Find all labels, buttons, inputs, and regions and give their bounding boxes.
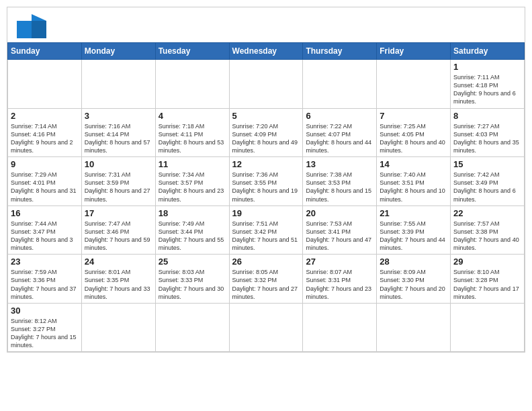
cell-info-text: Sunrise: 7:59 AM Sunset: 3:36 PM Dayligh… xyxy=(11,268,79,301)
cell-info-text: Sunrise: 8:12 AM Sunset: 3:27 PM Dayligh… xyxy=(11,317,79,350)
cell-day-number: 12 xyxy=(232,159,300,169)
week-row-3: 16Sunrise: 7:44 AM Sunset: 3:47 PM Dayli… xyxy=(8,205,525,255)
calendar-cell: 28Sunrise: 8:09 AM Sunset: 3:30 PM Dayli… xyxy=(377,255,451,304)
cell-day-number: 26 xyxy=(232,257,300,267)
calendar-cell: 19Sunrise: 7:51 AM Sunset: 3:42 PM Dayli… xyxy=(229,205,303,255)
cell-day-number: 30 xyxy=(11,306,79,316)
cell-info-text: Sunrise: 8:10 AM Sunset: 3:28 PM Dayligh… xyxy=(453,268,521,301)
cell-info-text: Sunrise: 7:42 AM Sunset: 3:49 PM Dayligh… xyxy=(453,171,521,203)
calendar-cell: 21Sunrise: 7:55 AM Sunset: 3:39 PM Dayli… xyxy=(377,205,451,255)
weekday-header-sunday: Sunday xyxy=(8,43,82,60)
cell-day-number: 4 xyxy=(159,111,226,121)
cell-info-text: Sunrise: 7:27 AM Sunset: 4:03 PM Dayligh… xyxy=(453,122,521,155)
cell-info-text: Sunrise: 7:38 AM Sunset: 3:53 PM Dayligh… xyxy=(306,171,373,203)
cell-info-text: Sunrise: 8:01 AM Sunset: 3:35 PM Dayligh… xyxy=(85,268,152,301)
cell-day-number: 21 xyxy=(380,208,447,218)
calendar-cell: 16Sunrise: 7:44 AM Sunset: 3:47 PM Dayli… xyxy=(8,205,82,255)
cell-info-text: Sunrise: 7:40 AM Sunset: 3:51 PM Dayligh… xyxy=(380,171,447,203)
calendar-cell: 5Sunrise: 7:20 AM Sunset: 4:09 PM Daylig… xyxy=(229,108,303,157)
cell-info-text: Sunrise: 8:05 AM Sunset: 3:32 PM Dayligh… xyxy=(232,268,300,301)
cell-day-number: 10 xyxy=(85,159,152,169)
week-row-1: 2Sunrise: 7:14 AM Sunset: 4:16 PM Daylig… xyxy=(8,108,525,157)
cell-day-number: 8 xyxy=(453,111,521,121)
calendar-cell: 24Sunrise: 8:01 AM Sunset: 3:35 PM Dayli… xyxy=(81,255,155,304)
cell-day-number: 23 xyxy=(11,257,79,267)
calendar-cell xyxy=(303,303,377,352)
cell-info-text: Sunrise: 7:18 AM Sunset: 4:11 PM Dayligh… xyxy=(159,122,226,155)
weekday-header-saturday: Saturday xyxy=(451,43,525,60)
svg-rect-2 xyxy=(32,21,46,38)
calendar-cell: 18Sunrise: 7:49 AM Sunset: 3:44 PM Dayli… xyxy=(155,205,229,255)
calendar-cell: 25Sunrise: 8:03 AM Sunset: 3:33 PM Dayli… xyxy=(155,255,229,304)
weekday-header-monday: Monday xyxy=(81,43,155,60)
weekday-header-thursday: Thursday xyxy=(303,43,377,60)
calendar-page: SundayMondayTuesdayWednesdayThursdayFrid… xyxy=(7,7,525,353)
calendar-cell: 10Sunrise: 7:31 AM Sunset: 3:59 PM Dayli… xyxy=(81,157,155,206)
calendar-cell xyxy=(81,60,155,109)
calendar-cell: 6Sunrise: 7:22 AM Sunset: 4:07 PM Daylig… xyxy=(303,108,377,157)
cell-day-number: 15 xyxy=(453,159,521,169)
cell-day-number: 3 xyxy=(85,111,152,121)
cell-day-number: 24 xyxy=(85,257,152,267)
calendar-cell xyxy=(155,303,229,352)
calendar-cell: 29Sunrise: 8:10 AM Sunset: 3:28 PM Dayli… xyxy=(451,255,525,304)
cell-info-text: Sunrise: 7:22 AM Sunset: 4:07 PM Dayligh… xyxy=(306,122,373,155)
cell-info-text: Sunrise: 7:16 AM Sunset: 4:14 PM Dayligh… xyxy=(85,122,152,155)
cell-info-text: Sunrise: 8:03 AM Sunset: 3:33 PM Dayligh… xyxy=(159,268,226,301)
calendar-cell: 3Sunrise: 7:16 AM Sunset: 4:14 PM Daylig… xyxy=(81,108,155,157)
calendar-cell xyxy=(229,303,303,352)
weekday-header-tuesday: Tuesday xyxy=(155,43,229,60)
cell-info-text: Sunrise: 8:09 AM Sunset: 3:30 PM Dayligh… xyxy=(380,268,447,301)
calendar-cell xyxy=(81,303,155,352)
cell-info-text: Sunrise: 7:31 AM Sunset: 3:59 PM Dayligh… xyxy=(85,171,152,203)
cell-info-text: Sunrise: 7:14 AM Sunset: 4:16 PM Dayligh… xyxy=(11,122,79,155)
calendar-cell: 17Sunrise: 7:47 AM Sunset: 3:46 PM Dayli… xyxy=(81,205,155,255)
calendar-cell: 15Sunrise: 7:42 AM Sunset: 3:49 PM Dayli… xyxy=(451,157,525,206)
calendar-cell xyxy=(451,303,525,352)
cell-info-text: Sunrise: 7:36 AM Sunset: 3:55 PM Dayligh… xyxy=(232,171,300,203)
cell-day-number: 7 xyxy=(380,111,447,121)
calendar-cell: 27Sunrise: 8:07 AM Sunset: 3:31 PM Dayli… xyxy=(303,255,377,304)
cell-day-number: 25 xyxy=(159,257,226,267)
calendar-cell: 12Sunrise: 7:36 AM Sunset: 3:55 PM Dayli… xyxy=(229,157,303,206)
calendar-cell: 26Sunrise: 8:05 AM Sunset: 3:32 PM Dayli… xyxy=(229,255,303,304)
week-row-5: 30Sunrise: 8:12 AM Sunset: 3:27 PM Dayli… xyxy=(8,303,525,352)
cell-day-number: 6 xyxy=(306,111,373,121)
calendar-cell: 9Sunrise: 7:29 AM Sunset: 4:01 PM Daylig… xyxy=(8,157,82,206)
logo xyxy=(17,14,49,38)
cell-info-text: Sunrise: 7:34 AM Sunset: 3:57 PM Dayligh… xyxy=(159,171,226,203)
calendar-cell: 14Sunrise: 7:40 AM Sunset: 3:51 PM Dayli… xyxy=(377,157,451,206)
week-row-4: 23Sunrise: 7:59 AM Sunset: 3:36 PM Dayli… xyxy=(8,255,525,304)
cell-info-text: Sunrise: 7:51 AM Sunset: 3:42 PM Dayligh… xyxy=(232,220,300,253)
cell-info-text: Sunrise: 7:49 AM Sunset: 3:44 PM Dayligh… xyxy=(159,220,226,253)
page-header xyxy=(7,7,525,42)
cell-day-number: 17 xyxy=(85,208,152,218)
calendar-cell: 11Sunrise: 7:34 AM Sunset: 3:57 PM Dayli… xyxy=(155,157,229,206)
cell-day-number: 13 xyxy=(306,159,373,169)
cell-info-text: Sunrise: 7:25 AM Sunset: 4:05 PM Dayligh… xyxy=(380,122,447,155)
cell-day-number: 29 xyxy=(453,257,521,267)
cell-day-number: 9 xyxy=(11,159,79,169)
cell-info-text: Sunrise: 7:20 AM Sunset: 4:09 PM Dayligh… xyxy=(232,122,300,155)
calendar-cell: 8Sunrise: 7:27 AM Sunset: 4:03 PM Daylig… xyxy=(451,108,525,157)
cell-day-number: 27 xyxy=(306,257,373,267)
calendar-cell: 7Sunrise: 7:25 AM Sunset: 4:05 PM Daylig… xyxy=(377,108,451,157)
cell-day-number: 20 xyxy=(306,208,373,218)
cell-day-number: 22 xyxy=(453,208,521,218)
cell-info-text: Sunrise: 7:53 AM Sunset: 3:41 PM Dayligh… xyxy=(306,220,373,253)
calendar-cell: 30Sunrise: 8:12 AM Sunset: 3:27 PM Dayli… xyxy=(8,303,82,352)
calendar-cell: 20Sunrise: 7:53 AM Sunset: 3:41 PM Dayli… xyxy=(303,205,377,255)
week-row-0: 1Sunrise: 7:11 AM Sunset: 4:18 PM Daylig… xyxy=(8,60,525,109)
weekday-header-row: SundayMondayTuesdayWednesdayThursdayFrid… xyxy=(8,43,525,60)
calendar-cell xyxy=(377,303,451,352)
cell-info-text: Sunrise: 7:57 AM Sunset: 3:38 PM Dayligh… xyxy=(453,220,521,253)
logo-icon xyxy=(17,14,46,38)
cell-day-number: 1 xyxy=(453,62,521,72)
calendar-cell: 4Sunrise: 7:18 AM Sunset: 4:11 PM Daylig… xyxy=(155,108,229,157)
cell-day-number: 19 xyxy=(232,208,300,218)
calendar-cell: 13Sunrise: 7:38 AM Sunset: 3:53 PM Dayli… xyxy=(303,157,377,206)
cell-day-number: 5 xyxy=(232,111,300,121)
cell-day-number: 28 xyxy=(380,257,447,267)
cell-info-text: Sunrise: 7:47 AM Sunset: 3:46 PM Dayligh… xyxy=(85,220,152,253)
calendar-cell xyxy=(8,60,82,109)
